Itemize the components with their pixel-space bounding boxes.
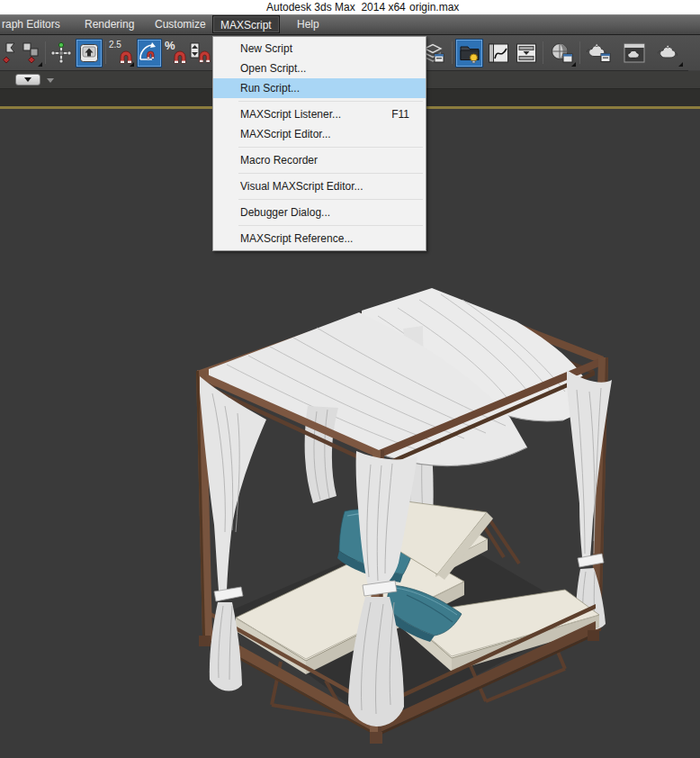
percent-snap-button[interactable]: % bbox=[164, 39, 187, 68]
menu-separator bbox=[238, 199, 423, 200]
shortcut-label: F11 bbox=[391, 104, 409, 124]
menu-item-run-script[interactable]: Run Script... bbox=[213, 78, 426, 98]
menu-item-maxscript-editor[interactable]: MAXScript Editor... bbox=[213, 124, 426, 144]
menu-rendering[interactable]: Rendering bbox=[77, 15, 141, 33]
angle-snap-button[interactable] bbox=[137, 39, 162, 68]
render-production-icon bbox=[656, 41, 681, 65]
flyout-corner bbox=[38, 62, 42, 67]
material-editor-icon bbox=[549, 41, 574, 65]
schematic-view-icon bbox=[515, 41, 538, 65]
toolbar-separator bbox=[452, 41, 453, 64]
menu-item-open-script[interactable]: Open Script... bbox=[213, 59, 426, 78]
spinner-snap-icon bbox=[189, 41, 212, 66]
schematic-view-button[interactable] bbox=[513, 39, 539, 68]
menu-item-macro-recorder[interactable]: Macro Recorder bbox=[213, 150, 426, 170]
percent-snap-label: % bbox=[165, 39, 175, 52]
chevron-down-icon[interactable] bbox=[47, 78, 54, 83]
curve-editor-icon bbox=[487, 41, 510, 65]
curve-editor-button[interactable] bbox=[485, 39, 511, 68]
rendered-frame-window-button[interactable] bbox=[619, 39, 650, 68]
menu-help[interactable]: Help bbox=[290, 15, 327, 33]
flyout-corner bbox=[130, 62, 134, 67]
mirror-button[interactable] bbox=[0, 39, 20, 68]
toolbar-separator bbox=[579, 41, 580, 64]
toolbar-separator bbox=[105, 41, 106, 64]
menu-bar: raph Editors Rendering Customize MAXScri… bbox=[0, 14, 700, 35]
menu-item-new-script[interactable]: New Script bbox=[213, 39, 426, 59]
keyboard-shortcut-override-button[interactable] bbox=[76, 39, 103, 68]
chevron-down-icon bbox=[24, 77, 31, 82]
menu-separator bbox=[238, 225, 423, 226]
menu-separator bbox=[238, 173, 423, 174]
mirror-icon bbox=[0, 41, 20, 65]
material-editor-button[interactable] bbox=[546, 39, 577, 68]
menu-item-visual-maxscript-editor[interactable]: Visual MAXScript Editor... bbox=[213, 176, 426, 196]
document-name: origin.max bbox=[409, 1, 459, 14]
select-and-manipulate-button[interactable] bbox=[49, 39, 73, 68]
maxscript-menu: New Script Open Script... Run Script... … bbox=[212, 36, 426, 251]
scene-explorer-toggle-button[interactable] bbox=[455, 39, 483, 68]
render-setup-button[interactable] bbox=[583, 39, 615, 68]
toolbar-overflow-dropdown[interactable] bbox=[15, 74, 40, 86]
menu-item-label: MAXScript Listener... bbox=[240, 108, 341, 121]
app-title: Autodesk 3ds Max 2014 x64 bbox=[266, 1, 406, 14]
menu-separator bbox=[238, 147, 423, 148]
toolbar-separator bbox=[543, 41, 543, 64]
spinner-snap-button[interactable] bbox=[188, 39, 213, 68]
render-production-button[interactable] bbox=[653, 39, 684, 68]
flyout-corner bbox=[678, 62, 683, 67]
app-window: Autodesk 3ds Max 2014 x64 origin.max rap… bbox=[0, 0, 700, 758]
snaps-mode-label: 2.5 bbox=[109, 40, 121, 50]
menu-customize[interactable]: Customize bbox=[148, 15, 213, 33]
menu-item-maxscript-listener[interactable]: MAXScript Listener... F11 bbox=[213, 104, 426, 124]
snaps-toggle-button[interactable]: 2.5 bbox=[108, 39, 135, 68]
menu-graph-editors[interactable]: raph Editors bbox=[0, 15, 67, 33]
menu-separator bbox=[238, 101, 423, 102]
keyboard-shortcut-override-icon bbox=[78, 42, 100, 64]
toolbar-separator bbox=[45, 41, 46, 64]
rendered-frame-window-icon bbox=[622, 41, 647, 65]
menu-item-maxscript-reference[interactable]: MAXScript Reference... bbox=[213, 229, 426, 248]
render-setup-icon bbox=[586, 41, 613, 65]
scene-explorer-toggle-icon bbox=[458, 41, 481, 65]
menu-item-debugger-dialog[interactable]: Debugger Dialog... bbox=[213, 203, 426, 222]
align-button[interactable] bbox=[20, 39, 43, 68]
flyout-corner bbox=[571, 62, 576, 67]
menu-maxscript[interactable]: MAXScript bbox=[212, 15, 280, 33]
title-bar: Autodesk 3ds Max 2014 x64 origin.max bbox=[0, 0, 700, 14]
angle-snap-icon bbox=[138, 41, 161, 65]
select-and-manipulate-icon bbox=[49, 41, 73, 65]
